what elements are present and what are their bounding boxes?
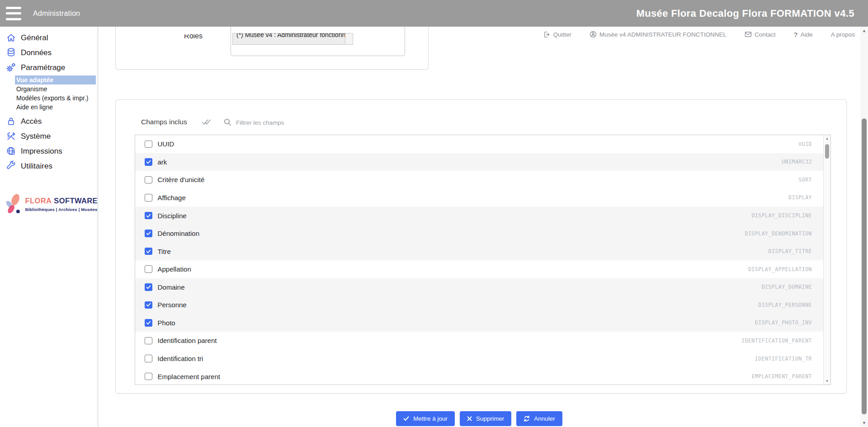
sidebar-item-impressions[interactable]: Impressions — [0, 144, 98, 158]
delete-button[interactable]: Supprimer — [460, 411, 511, 426]
field-row[interactable]: DénominationDISPLAY_DENOMINATION — [135, 225, 830, 243]
field-label: Affichage — [158, 194, 186, 202]
search-icon — [224, 118, 231, 128]
user-label: Musée v4 ADMINISTRATEUR FONCTIONNEL — [599, 31, 726, 38]
sidebar: Général Données Paramétrage Vue adaptée … — [0, 27, 98, 427]
sidebar-subitem-vue-adaptee[interactable]: Vue adaptée — [15, 75, 96, 84]
fields-scrollbar-thumb[interactable] — [825, 144, 829, 159]
sidebar-item-parametrage[interactable]: Paramétrage — [0, 61, 98, 75]
roles-selected-option[interactable]: (*) Musée v4 : Administrateur fonctionne… — [232, 33, 353, 45]
check-icon — [403, 416, 409, 421]
field-code: SORT — [798, 177, 812, 183]
field-row[interactable]: DisciplineDISPLAY_DISCIPLINE — [135, 206, 830, 225]
roles-listbox-scrollbar[interactable] — [345, 33, 353, 44]
field-row[interactable]: AppellationDISPLAY_APPELLATION — [135, 260, 830, 278]
sidebar-subitem-organisme[interactable]: Organisme — [0, 84, 98, 94]
field-code: DISPLAY — [788, 194, 812, 201]
field-row[interactable]: Critère d'unicitéSORT — [135, 171, 830, 189]
sidebar-subitem-aide-en-ligne[interactable]: Aide en ligne — [0, 103, 98, 112]
field-code: DISPLAY_APPELLATION — [748, 266, 812, 272]
scroll-up-icon[interactable]: ▲ — [824, 136, 830, 141]
checkbox-checked[interactable] — [145, 158, 152, 166]
brand-primary: FLORA — [25, 197, 52, 205]
checkbox-unchecked[interactable] — [145, 373, 152, 380]
field-code: DISPLAY_PERSONNE — [758, 302, 812, 308]
help-link[interactable]: ? Aide — [794, 31, 813, 38]
checkbox-checked[interactable] — [145, 301, 152, 309]
update-label: Mettre à jour — [413, 415, 448, 422]
field-row[interactable]: TitreDISPLAY_TITRE — [135, 242, 830, 260]
field-row[interactable]: PhotoDISPLAY_PHOTO_INV — [135, 314, 830, 332]
field-label: Appellation — [158, 265, 191, 273]
checkbox-unchecked[interactable] — [145, 194, 152, 202]
checkbox-unchecked[interactable] — [145, 355, 152, 362]
checkbox-unchecked[interactable] — [145, 141, 152, 148]
sidebar-item-acces[interactable]: Accès — [0, 114, 98, 128]
sidebar-subitem-modeles[interactable]: Modèles (exports & impr.) — [0, 94, 98, 103]
field-label: Titre — [158, 248, 171, 255]
cancel-button[interactable]: Annuler — [516, 411, 562, 426]
checkbox-checked[interactable] — [145, 212, 152, 220]
field-row[interactable]: Emplacement parentEMPLACEMENT_PARENT — [135, 367, 830, 385]
double-check-icon — [202, 118, 211, 128]
checkbox-unchecked[interactable] — [145, 337, 152, 345]
field-label: ark — [158, 158, 167, 166]
menu-icon[interactable] — [6, 7, 21, 20]
roles-listbox[interactable]: (*) Musée v4 : Administrateur fonctionne… — [232, 27, 353, 45]
field-row[interactable]: Identification parentIDENTIFICATION_PARE… — [135, 332, 830, 350]
checkbox-checked[interactable] — [145, 283, 152, 291]
x-icon — [467, 416, 472, 421]
cancel-label: Annuler — [534, 415, 555, 422]
scroll-down-icon[interactable]: ▼ — [824, 379, 830, 383]
home-icon — [5, 33, 17, 43]
sidebar-item-utilitaires[interactable]: Utilitaires — [0, 159, 98, 173]
update-button[interactable]: Mettre à jour — [396, 411, 455, 426]
field-label: Discipline — [158, 212, 187, 220]
about-link[interactable]: A propos — [831, 31, 855, 38]
field-row[interactable]: Identification triIDENTIFICATION_TR — [135, 350, 830, 368]
sidebar-item-donnees[interactable]: Données — [0, 46, 98, 60]
quit-link[interactable]: Quitter — [543, 31, 571, 38]
contact-link[interactable]: Contact — [745, 31, 776, 38]
field-row[interactable]: AffichageDISPLAY — [135, 189, 830, 207]
checkbox-unchecked[interactable] — [145, 265, 152, 273]
field-label: Dénomination — [158, 230, 200, 237]
sidebar-item-general[interactable]: Général — [0, 31, 98, 45]
filter-fields-input[interactable] — [236, 114, 426, 131]
about-label: A propos — [831, 31, 855, 38]
user-link[interactable]: Musée v4 ADMINISTRATEUR FONCTIONNEL — [590, 31, 726, 38]
field-row[interactable]: DomaineDISPLAY_DOMAINE — [135, 278, 830, 296]
field-code: UNIMARC32 — [782, 159, 812, 165]
sidebar-item-label: Paramétrage — [21, 63, 65, 72]
sidebar-item-label: Impressions — [21, 147, 62, 156]
tools-icon — [5, 131, 17, 142]
administration-screen: Administration Musée Flora Decalog Flora… — [0, 0, 868, 427]
delete-label: Supprimer — [476, 415, 504, 422]
checkbox-checked[interactable] — [145, 230, 152, 237]
action-bar: Mettre à jour Supprimer Annuler — [98, 411, 860, 426]
field-code: DISPLAY_DISCIPLINE — [751, 212, 812, 219]
fields-panel-title: Champs inclus — [141, 118, 187, 126]
fields-list: UUIDUUIDarkUNIMARC32Critère d'unicitéSOR… — [135, 135, 831, 385]
field-row[interactable]: arkUNIMARC32 — [135, 153, 830, 171]
field-label: Domaine — [158, 283, 185, 291]
field-row[interactable]: PersonneDISPLAY_PERSONNE — [135, 296, 830, 314]
checkbox-unchecked[interactable] — [145, 176, 152, 184]
field-code: DISPLAY_DENOMINATION — [745, 230, 812, 237]
gears-icon — [5, 62, 17, 73]
sidebar-item-systeme[interactable]: Système — [0, 129, 98, 143]
sidebar-item-label: Général — [21, 33, 48, 42]
butterfly-logo-icon — [4, 188, 23, 220]
quit-label: Quitter — [553, 31, 571, 38]
page-scrollbar[interactable]: ▲ ▼ — [860, 27, 868, 427]
checkbox-checked[interactable] — [145, 248, 152, 255]
field-row[interactable]: UUIDUUID — [135, 135, 830, 153]
page-scroll-up-icon[interactable]: ▲ — [860, 28, 868, 33]
fields-list-scrollbar[interactable]: ▲ ▼ — [823, 135, 830, 385]
page-scroll-down-icon[interactable]: ▼ — [860, 421, 868, 425]
roles-panel: Rôles (*) Musée v4 : Administrateur fonc… — [115, 27, 429, 70]
field-label: Personne — [158, 301, 187, 309]
checkbox-checked[interactable] — [145, 319, 152, 327]
wrench-icon — [5, 161, 17, 172]
page-scrollbar-thumb[interactable] — [862, 118, 867, 414]
